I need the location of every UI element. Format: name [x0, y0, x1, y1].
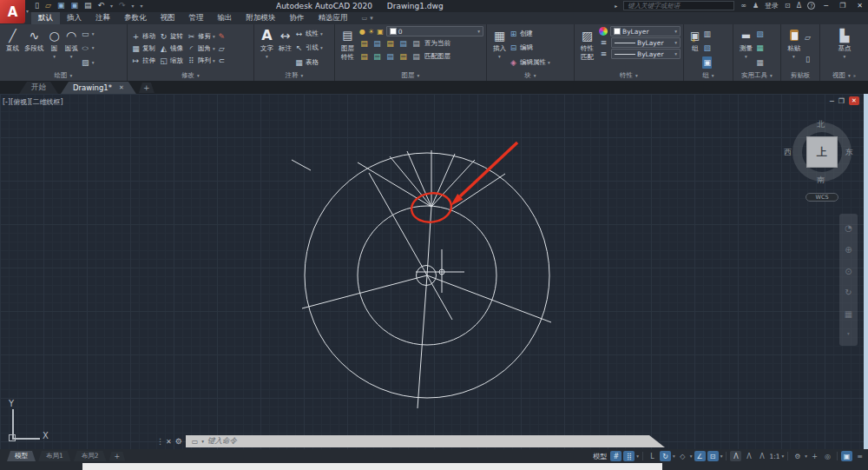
match-properties-button[interactable]: ▨ 特性 匹配: [578, 26, 596, 70]
polyline-tool[interactable]: ∿ 多段线: [22, 26, 47, 70]
annotation-scale-value[interactable]: 1:1: [769, 453, 779, 460]
nav-more-icon[interactable]: ▦: [845, 309, 852, 319]
object-color-dropdown[interactable]: ByLayer▾: [610, 26, 681, 36]
wcs-dropdown[interactable]: WCS: [806, 193, 838, 202]
expand-icon[interactable]: ▸: [615, 3, 617, 9]
lineweight-dropdown[interactable]: ByLayer▾: [611, 37, 681, 48]
vertical-scrollbar[interactable]: [864, 94, 868, 449]
tab-annotate[interactable]: 注释: [89, 12, 117, 24]
undo-caret-icon[interactable]: ▾: [110, 3, 113, 9]
layer-merge-icon[interactable]: ▤: [398, 52, 408, 61]
draworder-tool[interactable]: ✎: [217, 30, 227, 43]
doc-restore-icon[interactable]: ❐: [838, 97, 845, 105]
layout-tab-model[interactable]: 模型: [7, 451, 36, 461]
move-tool[interactable]: +移动: [131, 30, 155, 43]
logo-caret-icon[interactable]: ▾: [26, 8, 29, 14]
panel-label-annotate[interactable]: 注释▾: [254, 70, 334, 81]
drawing-canvas[interactable]: [-][俯视][二维线框] ─ ❐ ✕ 上 北 南 西 东 WCS ◔ ⊕ ⊙ …: [0, 94, 868, 449]
count-tool[interactable]: ▦: [755, 42, 765, 54]
nav-zoom-icon[interactable]: ⊙: [845, 267, 852, 276]
arc-tool[interactable]: ◠ 圆弧 ▾: [62, 26, 81, 70]
layer-thaw-icon[interactable]: ▤: [372, 52, 382, 61]
redo-caret-icon[interactable]: ▾: [132, 3, 135, 9]
ellipse-tool[interactable]: ○ ▾: [81, 42, 95, 54]
layer-isolate-icon[interactable]: ▤: [372, 39, 382, 48]
layer-unlock-icon[interactable]: ▤: [385, 52, 395, 61]
cmd-wrench-icon[interactable]: ⚙: [175, 437, 182, 446]
minimize-button[interactable]: ─: [821, 2, 831, 10]
tab-default[interactable]: 默认: [31, 12, 60, 24]
tab-insert[interactable]: 插入: [60, 12, 89, 24]
cmd-grip-icon[interactable]: ⋮: [156, 437, 163, 446]
new-file-icon[interactable]: ▯: [35, 1, 39, 10]
save-as-icon[interactable]: ▣: [70, 1, 78, 10]
nav-pan-icon[interactable]: ⊕: [845, 245, 852, 255]
autoscale-toggle[interactable]: Λ: [743, 451, 754, 461]
layer-freeze-icon[interactable]: ☀: [368, 28, 374, 36]
command-input[interactable]: ▭ ▾ 键入命令: [186, 435, 665, 447]
array-tool[interactable]: ⠿阵列▾: [187, 55, 215, 67]
tab-addins[interactable]: 附加模块: [240, 12, 283, 24]
copy-tool[interactable]: ▦复制: [131, 43, 155, 55]
annotation-visibility-toggle[interactable]: Λ: [730, 451, 741, 461]
linetype-dropdown[interactable]: ByLayer▾: [611, 49, 681, 59]
annotation-scale-icon[interactable]: Λ: [756, 451, 767, 461]
tab-collaborate[interactable]: 协作: [283, 12, 312, 24]
linear-dim-tool[interactable]: ↔线性▾: [294, 28, 323, 40]
edit-block-tool[interactable]: ⊟编辑: [509, 42, 550, 54]
mirror-tool[interactable]: ◭镜像: [159, 43, 183, 55]
insert-block-tool[interactable]: ▦ 插入 ▾: [490, 26, 509, 70]
base-view-tool[interactable]: ▙ 基点 ▾: [836, 26, 854, 70]
group-selection-toggle[interactable]: ▣: [702, 56, 712, 69]
sign-in-label[interactable]: 登录: [765, 1, 779, 10]
annotation-monitor-toggle[interactable]: +: [809, 451, 820, 461]
set-current-button[interactable]: 置为当前: [424, 39, 450, 48]
layer-prev-icon[interactable]: ▤: [411, 52, 421, 61]
file-tab-start[interactable]: 开始: [19, 82, 58, 94]
panel-label-properties[interactable]: 特性▾: [575, 70, 683, 81]
file-tab-drawing1[interactable]: Drawing1* ✕: [61, 82, 136, 94]
save-icon[interactable]: ▣: [57, 1, 65, 10]
text-tool[interactable]: A 文字 ▾: [258, 26, 276, 70]
ribbon-display-caret-icon[interactable]: ▾: [370, 15, 373, 22]
doc-close-icon[interactable]: ✕: [849, 96, 859, 105]
viewcube-top-face[interactable]: 上: [806, 136, 838, 168]
match-layer-button[interactable]: 匹配图层: [424, 52, 450, 61]
panel-label-draw[interactable]: 绘图▾: [0, 70, 127, 81]
layer-dropdown[interactable]: 0 ▾: [386, 26, 483, 36]
tab-parametric[interactable]: 参数化: [117, 12, 154, 24]
viewcube-east[interactable]: 东: [845, 147, 853, 158]
help-icon[interactable]: ?: [807, 2, 815, 10]
viewcube-north[interactable]: 北: [817, 119, 825, 130]
layer-lock2-icon[interactable]: ▤: [398, 39, 408, 48]
scale-tool[interactable]: ◱缩放: [159, 55, 183, 67]
store-cart-icon[interactable]: ⊡: [785, 2, 791, 10]
nav-wheel-icon[interactable]: ◔: [845, 223, 852, 233]
tab-featured-apps[interactable]: 精选应用: [312, 12, 355, 24]
new-layout-button[interactable]: +: [109, 452, 126, 461]
panel-label-layers[interactable]: 图层▾: [335, 70, 486, 81]
cut-clip-tool[interactable]: ▯: [803, 53, 812, 65]
workspace-gear-icon[interactable]: ⚙: [792, 451, 803, 461]
table-tool[interactable]: ▦表格: [294, 56, 323, 69]
rectangle-tool[interactable]: ▭ ▾: [81, 28, 95, 40]
osnap-toggle[interactable]: ⊡: [707, 451, 719, 461]
new-drawing-tab-button[interactable]: +: [139, 83, 155, 93]
app-store-icon[interactable]: Δ: [797, 2, 801, 10]
redo-icon[interactable]: ↷: [119, 1, 126, 10]
user-icon[interactable]: ♟: [753, 2, 759, 10]
search-icon[interactable]: ∞: [740, 2, 746, 10]
viewport-controls[interactable]: [-][俯视][二维线框]: [3, 97, 63, 107]
undo-icon[interactable]: ↶: [97, 1, 104, 10]
doc-minimize-icon[interactable]: ─: [830, 97, 834, 105]
panel-label-group[interactable]: 组▾: [684, 70, 733, 81]
layer-on-icon[interactable]: ●: [359, 28, 365, 36]
group-edit-tool[interactable]: ▧: [702, 42, 712, 54]
layer-lock-icon[interactable]: ▣: [377, 28, 384, 36]
quick-select-tool[interactable]: ▧: [755, 28, 765, 40]
trim-tool[interactable]: ✂修剪▾: [187, 30, 215, 43]
offset-tool[interactable]: ⊂: [217, 55, 227, 67]
layout-tab-layout2[interactable]: 布局2: [74, 451, 107, 461]
ortho-toggle[interactable]: L: [647, 451, 658, 461]
layer-walk-icon[interactable]: ▤: [411, 39, 421, 48]
